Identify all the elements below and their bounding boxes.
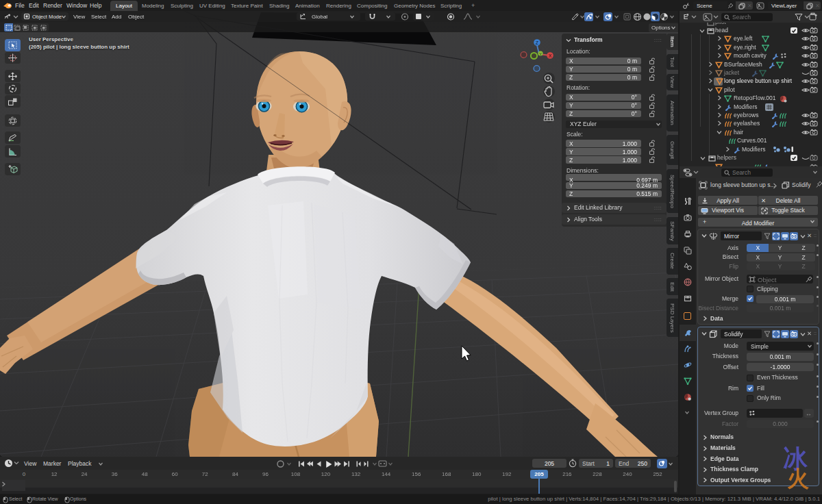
- svg-text:Z: Z: [536, 40, 539, 45]
- svg-text:X: X: [549, 53, 552, 58]
- svg-text:Y: Y: [539, 52, 542, 56]
